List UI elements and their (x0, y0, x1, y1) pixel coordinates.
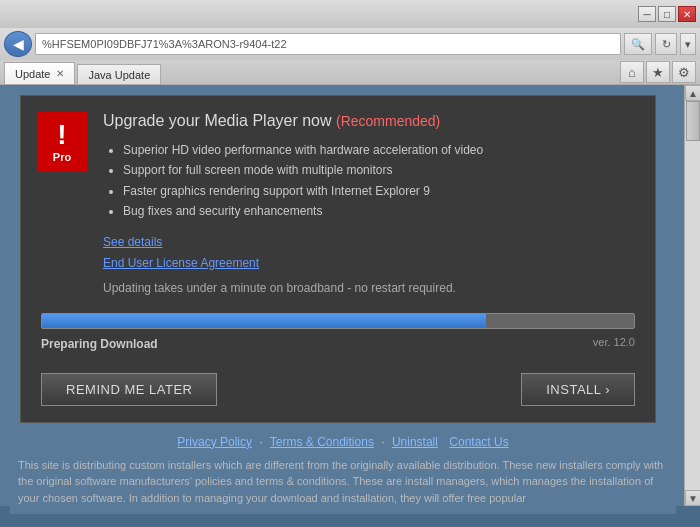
maximize-button[interactable]: □ (658, 6, 676, 22)
contact-link[interactable]: Contact Us (449, 435, 508, 449)
tab-java-update-label: Java Update (88, 69, 150, 81)
exclamation-icon: ! (57, 121, 66, 149)
tabs-bar: Update ✕ Java Update ⌂ ★ ⚙ (0, 60, 700, 84)
search-button[interactable]: 🔍 (624, 33, 652, 55)
toolbar-icons: ⌂ ★ ⚙ (620, 61, 696, 83)
dropdown-button[interactable]: ▾ (680, 33, 696, 55)
update-header: ! Pro Upgrade your Media Player now (Rec… (21, 96, 655, 305)
see-details-link[interactable]: See details (103, 232, 635, 254)
install-button[interactable]: INSTALL › (521, 373, 635, 406)
tab-java-update[interactable]: Java Update (77, 64, 161, 84)
scroll-up-button[interactable]: ▲ (685, 85, 700, 101)
update-progress-area: Preparing Download ver. 12.0 (21, 305, 655, 361)
eula-link[interactable]: End User License Agreement (103, 253, 635, 275)
nav-bar: ◀ %HFSEM0PI09DBFJ71%3A%3ARON3-r9404-t22 … (0, 28, 700, 60)
update-container: ! Pro Upgrade your Media Player now (Rec… (20, 95, 656, 423)
separator-1: · (259, 435, 262, 449)
update-links: See details End User License Agreement (103, 232, 635, 275)
update-title: Upgrade your Media Player now (Recommend… (103, 112, 635, 130)
update-info: Upgrade your Media Player now (Recommend… (103, 112, 635, 295)
update-note: Updating takes under a minute on broadba… (103, 281, 635, 295)
list-item: Superior HD video performance with hardw… (123, 140, 635, 160)
recommended-label: (Recommended) (336, 113, 440, 129)
tab-update[interactable]: Update ✕ (4, 62, 75, 84)
scroll-down-button[interactable]: ▼ (685, 490, 700, 506)
close-button[interactable]: ✕ (678, 6, 696, 22)
browser-content: ▲ ▼ ! Pro Upgrade your Media Player now … (0, 85, 700, 506)
update-features-list: Superior HD video performance with hardw… (103, 140, 635, 222)
search-icon: 🔍 (631, 38, 645, 51)
uninstall-link[interactable]: Uninstall (392, 435, 438, 449)
list-item: Bug fixes and security enhancements (123, 201, 635, 221)
footer-body-text: This site is distributing custom install… (18, 457, 668, 507)
separator-2: · (381, 435, 384, 449)
pro-label: Pro (53, 151, 71, 163)
remind-later-button[interactable]: REMIND ME LATER (41, 373, 217, 406)
progress-bar (41, 313, 635, 329)
home-button[interactable]: ⌂ (620, 61, 644, 83)
footer-area: Privacy Policy · Terms & Conditions · Un… (10, 423, 676, 515)
favorites-button[interactable]: ★ (646, 61, 670, 83)
refresh-button[interactable]: ↻ (655, 33, 677, 55)
version-label: ver. 12.0 (593, 336, 635, 348)
scroll-track[interactable] (685, 101, 700, 490)
list-item: Faster graphics rendering support with I… (123, 181, 635, 201)
scroll-thumb[interactable] (686, 101, 700, 141)
title-bar: ─ □ ✕ (0, 0, 700, 28)
progress-bar-fill (42, 314, 486, 328)
minimize-button[interactable]: ─ (638, 6, 656, 22)
browser-chrome: ─ □ ✕ ◀ %HFSEM0PI09DBFJ71%3A%3ARON3-r940… (0, 0, 700, 85)
terms-link[interactable]: Terms & Conditions (270, 435, 374, 449)
tab-update-close[interactable]: ✕ (56, 68, 64, 79)
progress-label: Preparing Download (41, 337, 158, 351)
update-actions: REMIND ME LATER INSTALL › (21, 361, 655, 422)
privacy-policy-link[interactable]: Privacy Policy (177, 435, 252, 449)
pro-badge: ! Pro (37, 112, 87, 172)
list-item: Support for full screen mode with multip… (123, 160, 635, 180)
settings-button[interactable]: ⚙ (672, 61, 696, 83)
address-bar[interactable]: %HFSEM0PI09DBFJ71%3A%3ARON3-r9404-t22 (35, 33, 621, 55)
back-button[interactable]: ◀ (4, 31, 32, 57)
url-text: %HFSEM0PI09DBFJ71%3A%3ARON3-r9404-t22 (42, 38, 287, 50)
page-wrapper: ! Pro Upgrade your Media Player now (Rec… (0, 85, 700, 514)
window-controls: ─ □ ✕ (638, 6, 696, 22)
tab-update-label: Update (15, 68, 50, 80)
footer-links: Privacy Policy · Terms & Conditions · Un… (18, 435, 668, 449)
scrollbar[interactable]: ▲ ▼ (684, 85, 700, 506)
